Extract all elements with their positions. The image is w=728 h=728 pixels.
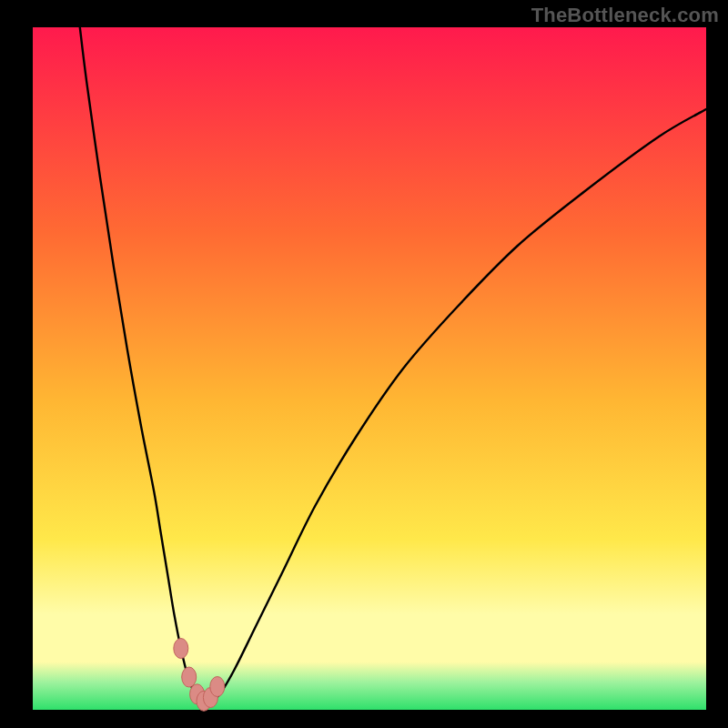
curve-dot xyxy=(174,639,188,659)
curve-dot xyxy=(182,667,197,687)
plot-background xyxy=(33,27,706,710)
watermark-text: TheBottleneck.com xyxy=(531,4,719,27)
curve-dot xyxy=(210,677,225,697)
chart-frame: { "watermark": "TheBottleneck.com", "col… xyxy=(0,0,728,728)
bottleneck-chart xyxy=(0,0,728,728)
